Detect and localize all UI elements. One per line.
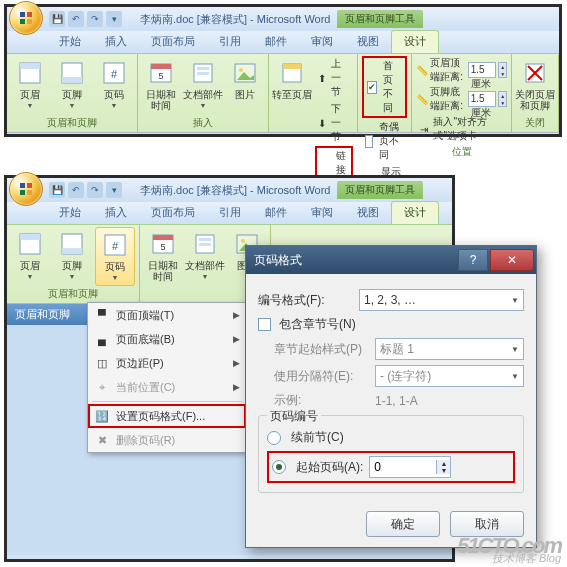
separator-label: 使用分隔符(E): [274,368,369,385]
tab-references[interactable]: 引用 [207,202,253,224]
different-first-checkbox[interactable]: ✔首页不同 [362,56,407,118]
different-oddeven-checkbox[interactable]: 奇偶页不同 [362,119,407,163]
tab-mail[interactable]: 邮件 [253,202,299,224]
datetime-button[interactable]: 5日期和 时间 [144,227,182,300]
office-orb[interactable] [9,172,43,206]
current-icon: ⌖ [94,379,110,395]
ribbon-tabs: 开始 插入 页面布局 引用 邮件 审阅 视图 设计 [7,202,452,224]
start-at-label: 起始页码(A): [296,459,363,476]
menu-bottom-of-page[interactable]: ▄页面底端(B)▶ [88,327,246,351]
qat-redo-icon[interactable]: ↷ [87,182,103,198]
quickparts-button[interactable]: 文档部件▼ [186,227,224,300]
svg-rect-24 [27,183,32,188]
continue-radio[interactable] [267,431,281,445]
spin-down-icon[interactable]: ▼ [437,467,450,474]
qat-save-icon[interactable]: 💾 [49,182,65,198]
tab-home[interactable]: 开始 [47,202,93,224]
group-label-close: 关闭 [516,115,554,131]
svg-rect-23 [20,183,25,188]
footer-distance-spin[interactable]: 📏页脚底端距离:1.5 厘米▲▼ [416,85,507,113]
tab-layout[interactable]: 页面布局 [139,31,207,53]
prev-section-button[interactable]: ⬆上一节 [315,56,353,100]
header-distance-spin[interactable]: 📏页眉顶端距离:1.5 厘米▲▼ [416,56,507,84]
menu-top-of-page[interactable]: ▀页面顶端(T)▶ [88,303,246,327]
picture-button[interactable]: 图片 [226,56,264,115]
tab-layout[interactable]: 页面布局 [139,202,207,224]
svg-text:#: # [111,68,118,80]
qat-undo-icon[interactable]: ↶ [68,11,84,27]
include-chapter-checkbox[interactable] [258,318,271,331]
tab-references[interactable]: 引用 [207,31,253,53]
office-orb[interactable] [9,1,43,35]
svg-rect-38 [199,243,211,246]
insert-align-tab-button[interactable]: ⇥插入"对齐方式"选项卡 [416,114,507,144]
tab-insert[interactable]: 插入 [93,202,139,224]
footer-button[interactable]: 页脚▼ [53,227,91,286]
pagenumber-button[interactable]: #页码▼ [95,56,133,115]
check-icon: ✔ [367,81,377,94]
qat-more-icon[interactable]: ▾ [106,182,122,198]
submenu-arrow-icon: ▶ [233,382,240,392]
tab-mail[interactable]: 邮件 [253,31,299,53]
tab-review[interactable]: 审阅 [299,31,345,53]
qat-more-icon[interactable]: ▾ [106,11,122,27]
svg-rect-7 [62,77,82,83]
svg-rect-14 [197,67,209,70]
tab-design[interactable]: 设计 [391,30,439,53]
svg-point-17 [239,68,243,72]
chevron-down-icon: ▼ [511,296,519,305]
pagenumber-button[interactable]: #页码▼ [95,227,135,286]
menu-separator [92,401,242,402]
footer-button[interactable]: 页脚▼ [53,56,91,115]
tab-insert[interactable]: 插入 [93,31,139,53]
next-section-button[interactable]: ⬇下一节 [315,101,353,145]
menu-current-position[interactable]: ⌖当前位置(C)▶ [88,375,246,399]
dialog-help-button[interactable]: ? [458,249,488,271]
start-at-radio[interactable] [272,460,286,474]
datetime-button[interactable]: 5日期和 时间 [142,56,180,115]
submenu-arrow-icon: ▶ [233,358,240,368]
separator-select: - (连字符)▼ [375,365,524,387]
svg-point-40 [241,239,245,243]
close-hf-button[interactable]: 关闭页眉 和页脚 [516,56,554,115]
prev-icon: ⬆ [318,71,327,85]
svg-rect-34 [153,235,173,240]
header-button[interactable]: 页眉▼ [11,56,49,115]
tab-view[interactable]: 视图 [345,31,391,53]
example-label: 示例: [274,392,369,409]
svg-rect-5 [20,63,40,69]
number-format-select[interactable]: 1, 2, 3, …▼ [359,289,524,311]
menu-remove-page-numbers[interactable]: ✖删除页码(R) [88,428,246,452]
check-icon-empty [365,135,373,148]
menu-format-page-numbers[interactable]: 🔢设置页码格式(F)... [88,404,246,428]
watermark: 51CTO.com 技术博客 Blog [457,539,561,565]
tab-review[interactable]: 审阅 [299,202,345,224]
tab-home[interactable]: 开始 [47,31,93,53]
svg-rect-28 [20,234,40,240]
svg-rect-1 [27,12,32,17]
group-label-insert: 插入 [142,115,264,131]
tab-design[interactable]: 设计 [391,201,439,224]
svg-text:5: 5 [158,71,163,81]
svg-rect-2 [20,19,25,24]
svg-text:#: # [112,240,119,252]
tab-icon: ⇥ [419,122,429,136]
tab-view[interactable]: 视图 [345,202,391,224]
qat-redo-icon[interactable]: ↷ [87,11,103,27]
ok-button[interactable]: 确定 [366,511,440,537]
qat-undo-icon[interactable]: ↶ [68,182,84,198]
next-icon: ⬇ [318,116,327,130]
qat-save-icon[interactable]: 💾 [49,11,65,27]
header-button[interactable]: 页眉▼ [11,227,49,286]
menu-page-margins[interactable]: ◫页边距(P)▶ [88,351,246,375]
group-label-position: 位置 [416,144,507,160]
quickparts-button[interactable]: 文档部件▼ [184,56,222,115]
dialog-close-button[interactable]: ✕ [490,249,534,271]
start-at-input[interactable] [370,460,436,474]
start-at-spinbox[interactable]: ▲▼ [369,456,451,478]
spin-up-icon[interactable]: ▲ [437,460,450,467]
format-icon: 🔢 [94,408,110,424]
svg-rect-11 [151,64,171,69]
section-label: 页码编号 [267,408,321,425]
top-icon: ▀ [94,307,110,323]
